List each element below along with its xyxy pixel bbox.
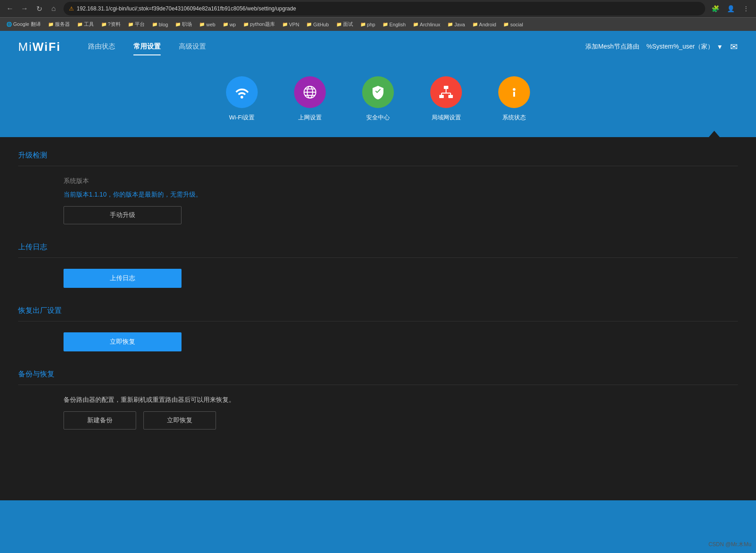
bookmark-label: social xyxy=(510,22,523,27)
internet-icon-circle xyxy=(294,76,326,108)
bookmark-label: GitHub xyxy=(313,22,329,27)
bookmark-social[interactable]: 📁 social xyxy=(501,21,525,28)
bookmark-label: web xyxy=(206,22,215,27)
forward-button[interactable]: → xyxy=(18,2,31,15)
bookmark-icon: 📁 xyxy=(413,22,418,27)
upload-log-section-content: 上传日志 xyxy=(18,269,738,288)
more-button[interactable]: ⋮ xyxy=(740,2,752,15)
bookmark-server[interactable]: 📁 服务器 xyxy=(45,20,73,29)
svg-rect-13 xyxy=(513,92,515,97)
bookmark-icon: 📁 xyxy=(282,22,288,27)
bookmark-icon: 📁 xyxy=(383,22,388,27)
nav-advanced-settings[interactable]: 高级设置 xyxy=(179,39,206,55)
bookmark-icon: 📁 xyxy=(101,22,107,27)
bookmark-icon: 📁 xyxy=(223,22,228,27)
bookmark-icon: 📁 xyxy=(503,22,509,27)
bookmark-label: Java xyxy=(454,22,465,27)
bookmark-google-translate[interactable]: 🌐 Google 翻译 xyxy=(4,20,44,29)
bookmark-label: 平台 xyxy=(135,21,145,28)
svg-point-12 xyxy=(513,88,515,91)
lan-icon-circle xyxy=(430,76,462,108)
version-text: 当前版本1.1.10，你的版本是最新的，无需升级。 xyxy=(64,191,738,199)
logo: MiWiFi xyxy=(18,40,61,54)
url-text: 192.168.31.1/cgi-bin/luci/;stok=f39de70e… xyxy=(77,5,700,12)
bookmark-java[interactable]: 📁 Java xyxy=(445,21,467,28)
bookmark-python[interactable]: 📁 python题库 xyxy=(241,20,278,29)
version-suffix: ，你的版本是最新的，无需升级。 xyxy=(107,191,202,198)
factory-reset-section-content: 立即恢复 xyxy=(18,332,738,351)
bookmark-interview[interactable]: 📁 面试 xyxy=(334,20,356,29)
lan-settings-icon-item[interactable]: 局域网设置 xyxy=(430,76,462,122)
extensions-button[interactable]: 🧩 xyxy=(709,2,722,15)
restore-button[interactable]: 立即恢复 xyxy=(143,411,216,430)
bookmark-data[interactable]: 📁 ?资料 xyxy=(98,20,123,29)
upload-log-button[interactable]: 上传日志 xyxy=(64,269,182,288)
arrow-container xyxy=(0,131,756,137)
profile-button[interactable]: 👤 xyxy=(724,2,737,15)
nav-router-status[interactable]: 路由状态 xyxy=(88,39,115,55)
backup-description: 备份路由器的配置，重新刷机或重置路由器后可以用来恢复。 xyxy=(64,396,738,404)
security-icon-circle xyxy=(362,76,394,108)
bookmark-icon: 📁 xyxy=(360,22,366,27)
bookmark-english[interactable]: 📁 English xyxy=(380,21,408,28)
backup-restore-section: 备份与恢复 备份路由器的配置，重新刷机或重置路由器后可以用来恢复。 新建备份 立… xyxy=(18,370,738,430)
svg-rect-7 xyxy=(448,95,453,98)
bookmark-platform[interactable]: 📁 平台 xyxy=(125,20,147,29)
svg-rect-6 xyxy=(439,95,444,98)
factory-reset-section-title: 恢复出厂设置 xyxy=(18,306,738,321)
bookmark-icon: 📁 xyxy=(306,22,312,27)
user-dropdown[interactable]: %System%_user（家） ▼ xyxy=(647,43,723,51)
bookmark-github[interactable]: 📁 GitHub xyxy=(304,21,331,28)
bookmark-label: 面试 xyxy=(343,21,353,28)
bookmark-archlinux[interactable]: 📁 Archlinux xyxy=(410,21,443,28)
bookmark-wp[interactable]: 📁 wp xyxy=(220,21,239,28)
nav-common-settings[interactable]: 常用设置 xyxy=(133,39,161,55)
chevron-down-icon: ▼ xyxy=(717,43,723,50)
browser-chrome: ← → ↻ ⌂ ⚠ 192.168.31.1/cgi-bin/luci/;sto… xyxy=(0,0,756,31)
bookmark-icon: 📁 xyxy=(243,22,249,27)
arrow-up-icon xyxy=(709,131,720,137)
backup-restore-section-content: 备份路由器的配置，重新刷机或重置路由器后可以用来恢复。 新建备份 立即恢复 xyxy=(18,396,738,430)
version-prefix: 当前版本 xyxy=(64,191,89,198)
system-status-icon-item[interactable]: 系统状态 xyxy=(498,76,530,122)
csdn-watermark: CSDN @Mr.木Mu xyxy=(708,541,751,548)
new-backup-button[interactable]: 新建备份 xyxy=(64,411,136,430)
upload-log-section: 上传日志 上传日志 xyxy=(18,242,738,288)
bookmark-label: ?资料 xyxy=(108,21,121,28)
bookmark-label: wp xyxy=(230,22,236,27)
internet-settings-icon-item[interactable]: 上网设置 xyxy=(294,76,326,122)
nav-links: 路由状态 常用设置 高级设置 xyxy=(88,39,585,55)
factory-reset-button[interactable]: 立即恢复 xyxy=(64,332,182,351)
backup-buttons-row: 新建备份 立即恢复 xyxy=(64,411,738,430)
nav-buttons: ← → ↻ ⌂ xyxy=(4,2,60,15)
wifi-settings-label: Wi-Fi设置 xyxy=(229,114,255,122)
manual-upgrade-button[interactable]: 手动升级 xyxy=(64,206,182,224)
bookmark-icon: 📁 xyxy=(447,22,453,27)
bookmark-android[interactable]: 📁 Android xyxy=(470,21,499,28)
bookmark-icon: 📁 xyxy=(48,22,54,27)
wifi-settings-icon-item[interactable]: Wi-Fi设置 xyxy=(226,76,258,122)
home-button[interactable]: ⌂ xyxy=(47,2,60,15)
bookmark-icon: 📁 xyxy=(175,22,181,27)
bookmark-web[interactable]: 📁 web xyxy=(196,21,218,28)
upgrade-section-content: 系统版本 当前版本1.1.10，你的版本是最新的，无需升级。 手动升级 xyxy=(18,177,738,224)
refresh-button[interactable]: ↻ xyxy=(33,2,45,15)
bookmark-php[interactable]: 📁 php xyxy=(358,21,378,28)
bookmark-vpn[interactable]: 📁 VPN xyxy=(280,21,302,28)
bookmark-tools[interactable]: 📁 工具 xyxy=(74,20,97,29)
bookmark-icon: 📁 xyxy=(152,22,157,27)
lock-icon: ⚠ xyxy=(69,5,74,12)
bookmark-label: 服务器 xyxy=(55,21,70,28)
security-center-icon-item[interactable]: 安全中心 xyxy=(362,76,394,122)
back-button[interactable]: ← xyxy=(4,2,16,15)
address-bar[interactable]: ⚠ 192.168.31.1/cgi-bin/luci/;stok=f39de7… xyxy=(64,2,705,15)
bookmark-label: blog xyxy=(159,22,168,27)
bookmark-career[interactable]: 📁 职场 xyxy=(172,20,195,29)
mail-icon[interactable]: ✉ xyxy=(730,41,738,52)
bookmark-blog[interactable]: 📁 blog xyxy=(149,21,171,28)
browser-actions: 🧩 👤 ⋮ xyxy=(709,2,752,15)
add-mesh-button[interactable]: 添加Mesh节点路由 xyxy=(585,43,639,51)
miwifi-app: MiWiFi 路由状态 常用设置 高级设置 添加Mesh节点路由 %System… xyxy=(0,31,756,500)
browser-toolbar: ← → ↻ ⌂ ⚠ 192.168.31.1/cgi-bin/luci/;sto… xyxy=(0,0,756,17)
bookmark-label: Archlinux xyxy=(420,22,440,27)
